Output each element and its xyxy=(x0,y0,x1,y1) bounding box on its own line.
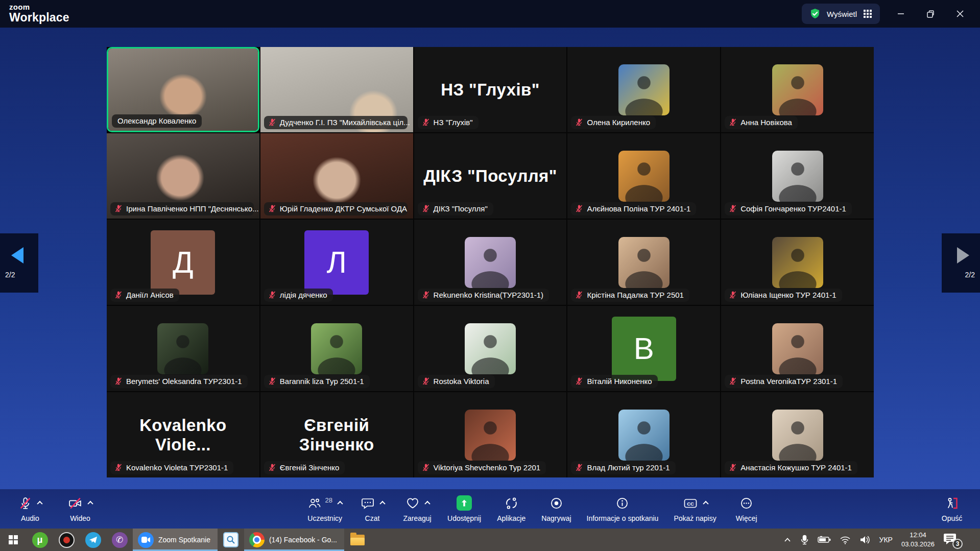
participant-tile[interactable]: Viktoriya Shevchenko Typ 2201 xyxy=(414,392,567,477)
participant-tile[interactable]: Олександр Коваленко xyxy=(107,47,259,132)
participant-tile[interactable]: Rekunenko Kristina(ТУР2301-1) xyxy=(414,220,567,305)
participant-tile[interactable]: Ірина Павліченко НПП "Деснянсько... xyxy=(107,133,259,219)
participant-tile[interactable]: Влад Лютий тур 2201-1 xyxy=(567,392,720,477)
participant-tile[interactable]: Софія Гончаренко ТУР2401-1 xyxy=(721,133,874,219)
telegram-icon xyxy=(85,532,101,548)
camera-muted-icon xyxy=(68,495,92,511)
viber-icon: ✆ xyxy=(112,532,128,548)
chevron-up-icon[interactable] xyxy=(424,501,430,507)
mic-muted-icon xyxy=(422,204,430,213)
participant-tile[interactable]: Ллідія дяченко xyxy=(260,220,413,305)
chevron-up-icon[interactable] xyxy=(379,501,385,507)
toolbar-button-react[interactable]: Zareaguj xyxy=(402,495,432,522)
chevron-up-icon[interactable] xyxy=(87,501,93,507)
taskbar-app-utorrent[interactable]: µ xyxy=(27,529,53,551)
taskbar-app-chrome[interactable]: (14) Facebook - Go... xyxy=(244,529,344,551)
participant-tile[interactable]: ДІКЗ "Посулля"ДІКЗ "Посулля" xyxy=(414,133,567,219)
participant-tile[interactable]: Barannik liza Typ 2501-1 xyxy=(260,306,413,391)
mic-muted-icon xyxy=(729,118,737,127)
mic-muted-icon xyxy=(575,204,583,213)
tray-microphone-icon[interactable] xyxy=(800,535,809,545)
taskbar-app-start[interactable] xyxy=(0,529,27,551)
toolbar-button-participants[interactable]: 28Uczestnicy xyxy=(307,495,342,522)
participant-name-tag: Алєйнова Поліна ТУР 2401-1 xyxy=(571,202,696,215)
participant-tile[interactable]: Євгеній ЗінченкоЄвгеній Зінченко xyxy=(260,392,413,477)
participant-name-label: Barannik liza Typ 2501-1 xyxy=(280,377,364,386)
mic-muted-icon xyxy=(268,463,276,472)
tray-clock[interactable]: 12:04 03.03.2026 xyxy=(901,531,935,548)
participant-tile[interactable]: Анастасія Кожушко ТУР 2401-1 xyxy=(721,392,874,477)
taskbar-app-explorer[interactable] xyxy=(344,529,371,551)
tray-chevron-up-icon[interactable] xyxy=(783,536,792,543)
participant-tile[interactable]: Алєйнова Поліна ТУР 2401-1 xyxy=(567,133,720,219)
taskbar-app-recorder[interactable] xyxy=(53,529,80,551)
taskbar-app-telegram[interactable] xyxy=(80,529,106,551)
participants-glyph xyxy=(307,496,322,510)
toolbar-button-leave[interactable]: Opuść xyxy=(937,495,967,522)
maximize-button[interactable] xyxy=(916,0,945,28)
toolbar-button-audio[interactable]: Audio xyxy=(15,495,45,522)
toolbar-button-record[interactable]: Nagrywaj xyxy=(541,495,571,522)
participant-name-tag: ДІКЗ "Посулля" xyxy=(418,202,493,215)
toolbar-button-chat[interactable]: Czat xyxy=(357,495,387,522)
participant-name-label: Дудченко Г.І. ПЗ "Михайлівська ціл... xyxy=(280,118,410,127)
mic-muted-icon xyxy=(422,463,430,472)
prev-page-button[interactable]: 2/2 xyxy=(0,233,38,293)
chevron-up-icon[interactable] xyxy=(37,501,42,507)
tray-language[interactable]: УКР xyxy=(879,536,893,544)
toolbar-button-apps[interactable]: Aplikacje xyxy=(496,495,526,522)
participant-name-label: Viktoriya Shevchenko Typ 2201 xyxy=(434,463,541,472)
logo-zoom-text: zoom xyxy=(9,3,69,11)
participant-tile[interactable]: Анна Новікова xyxy=(721,47,874,132)
participant-tile[interactable]: Юрій Гладенко ДКТР Сумської ОДА xyxy=(260,133,413,219)
utorrent-icon: µ xyxy=(32,532,48,548)
participant-tile[interactable]: Rostoka Viktoria xyxy=(414,306,567,391)
close-button[interactable] xyxy=(945,0,975,28)
participant-tile[interactable]: ВВіталій Никоненко xyxy=(567,306,720,391)
mic-muted-icon xyxy=(729,463,737,472)
taskbar-app-viber[interactable]: ✆ xyxy=(106,529,133,551)
chevron-up-icon[interactable] xyxy=(337,501,343,507)
record-glyph xyxy=(549,496,563,510)
participant-tile[interactable]: Berymets' Oleksandra ТУР2301-1 xyxy=(107,306,259,391)
toolbar-button-video[interactable]: Wideo xyxy=(65,495,95,522)
action-center-button[interactable]: 3 xyxy=(943,532,961,547)
participant-tile[interactable]: Юліана Іщенко ТУР 2401-1 xyxy=(721,220,874,305)
participant-photo xyxy=(772,410,823,461)
participant-tile[interactable]: Олена Кириленко xyxy=(567,47,720,132)
window-controls xyxy=(886,0,975,28)
minimize-button[interactable] xyxy=(886,0,916,28)
cc-icon: CC xyxy=(683,495,708,511)
participant-name-label: Алєйнова Поліна ТУР 2401-1 xyxy=(587,204,690,213)
toolbar-button-captions[interactable]: CCPokaż napisy xyxy=(674,495,716,522)
participant-tile[interactable]: ДДаніїл Анісов xyxy=(107,220,259,305)
chevron-up-icon[interactable] xyxy=(703,501,708,507)
participant-tile[interactable]: Крістіна Падалка ТУР 2501 xyxy=(567,220,720,305)
toolbar-button-meeting-info[interactable]: Informacje o spotkaniu xyxy=(587,495,659,522)
participant-name-label: Ірина Павліченко НПП "Деснянсько... xyxy=(126,204,259,213)
toolbar-button-label: Czat xyxy=(365,514,380,522)
toolbar-button-label: Uczestnicy xyxy=(307,514,342,522)
taskbar-app-zoom-meeting[interactable]: Zoom Spotkanie xyxy=(133,529,218,551)
notification-count-badge: 3 xyxy=(952,539,963,549)
participant-name-tag: Олена Кириленко xyxy=(571,116,656,129)
participant-tile[interactable]: Дудченко Г.І. ПЗ "Михайлівська ціл... xyxy=(260,47,413,132)
tray-battery-icon[interactable] xyxy=(818,536,831,544)
toolbar-button-share[interactable]: Udostępnij xyxy=(447,495,481,522)
taskbar-app-search-app[interactable] xyxy=(218,529,244,551)
toolbar-button-label: Nagrywaj xyxy=(541,514,571,522)
mic-muted-icon xyxy=(422,291,430,299)
view-button[interactable]: Wyświetl xyxy=(802,4,880,24)
participant-name-label: Анна Новікова xyxy=(740,118,792,127)
next-page-button[interactable]: 2/2 xyxy=(942,233,980,293)
participant-tile[interactable]: Kovalenko Viole...Kovalenko Violeta ТУР2… xyxy=(107,392,259,477)
participant-tile[interactable]: Postna VeronikaТУР 2301-1 xyxy=(721,306,874,391)
participant-name-label: Влад Лютий тур 2201-1 xyxy=(587,463,670,472)
participant-tile[interactable]: НЗ "Глухів"НЗ "Глухів" xyxy=(414,47,567,132)
participant-photo xyxy=(465,323,516,374)
tray-wifi-icon[interactable] xyxy=(840,536,851,544)
participant-name-tag: Влад Лютий тур 2201-1 xyxy=(571,461,675,474)
mic-muted-icon xyxy=(729,377,737,386)
tray-speaker-icon[interactable] xyxy=(859,535,871,544)
toolbar-button-more[interactable]: Więcej xyxy=(732,495,761,522)
